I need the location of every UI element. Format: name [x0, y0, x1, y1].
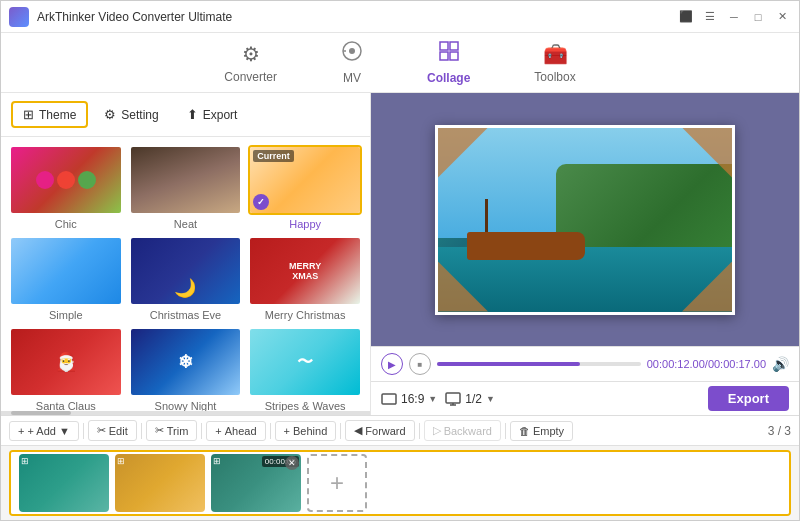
page-count: 3 / 3 [768, 424, 791, 438]
ratio-value: 16:9 [401, 392, 424, 406]
current-badge: Current [253, 150, 294, 162]
clip-1[interactable]: ⊞ [19, 454, 109, 512]
svg-rect-7 [382, 394, 396, 404]
empty-button[interactable]: 🗑 Empty [510, 421, 573, 441]
theme-icon: ⊞ [23, 107, 34, 122]
preview-area [371, 93, 799, 346]
edit-icon: ✂ [97, 424, 106, 437]
theme-stripes-waves[interactable]: 〜 Stripes & Waves [248, 327, 362, 411]
bottom-controls: 16:9 ▼ 1/2 ▼ Export [371, 381, 799, 415]
clip-2[interactable]: ⊞ [115, 454, 205, 512]
trim-icon: ✂ [155, 424, 164, 437]
theme-happy[interactable]: Current ✓ Happy [248, 145, 362, 230]
mv-icon [341, 40, 363, 67]
theme-merry-christmas[interactable]: MERRYXMAS Merry Christmas [248, 236, 362, 321]
clip-3-icon: ⊞ [213, 456, 221, 466]
chat-icon[interactable]: ⬛ [677, 8, 695, 26]
behind-icon: + [284, 425, 290, 437]
monitor-icon [445, 391, 461, 407]
progress-fill [437, 362, 580, 366]
maximize-button[interactable]: □ [749, 8, 767, 26]
right-panel: ▶ ■ 00:00:12.00/00:00:17.00 🔊 16:9 ▼ 1/2… [371, 93, 799, 415]
preview-image [438, 128, 732, 312]
setting-icon: ⚙ [104, 107, 116, 122]
window-controls: ⬛ ☰ ─ □ ✕ [677, 8, 791, 26]
tab-export[interactable]: ⬆ Export [175, 101, 250, 128]
theme-merry-christmas-label: Merry Christmas [265, 309, 346, 321]
ratio-select[interactable]: 16:9 ▼ [381, 391, 437, 407]
scroll-strip[interactable] [1, 411, 370, 415]
sep5 [340, 423, 341, 439]
toolbar: + + Add ▼ ✂ Edit ✂ Trim + Ahead + [1, 416, 799, 446]
theme-simple[interactable]: Simple [9, 236, 123, 321]
monitor-value: 1/2 [465, 392, 482, 406]
nav-converter-label: Converter [224, 70, 277, 84]
nav-converter[interactable]: ⚙ Converter [212, 38, 289, 88]
nav-bar: ⚙ Converter MV Collage 🧰 Toolbox [1, 33, 799, 93]
trim-button[interactable]: ✂ Trim [146, 420, 198, 441]
sep1 [83, 423, 84, 439]
add-icon: + [18, 425, 24, 437]
svg-rect-6 [450, 52, 458, 60]
svg-rect-5 [440, 52, 448, 60]
ahead-icon: + [215, 425, 221, 437]
ratio-arrow-icon: ▼ [428, 394, 437, 404]
nav-mv-label: MV [343, 71, 361, 85]
close-button[interactable]: ✕ [773, 8, 791, 26]
preview-frame [435, 125, 735, 315]
toolbox-icon: 🧰 [543, 42, 568, 66]
theme-simple-label: Simple [49, 309, 83, 321]
app-window: ArkThinker Video Converter Ultimate ⬛ ☰ … [0, 0, 800, 521]
theme-chic-label: Chic [55, 218, 77, 230]
play-button[interactable]: ▶ [381, 353, 403, 375]
forward-icon: ◀ [354, 424, 362, 437]
app-title: ArkThinker Video Converter Ultimate [37, 10, 677, 24]
backward-icon: ▷ [433, 424, 441, 437]
minimize-button[interactable]: ─ [725, 8, 743, 26]
theme-happy-label: Happy [289, 218, 321, 230]
forward-button[interactable]: ◀ Forward [345, 420, 414, 441]
theme-neat[interactable]: Neat [129, 145, 243, 230]
svg-rect-4 [450, 42, 458, 50]
volume-icon[interactable]: 🔊 [772, 356, 789, 372]
behind-button[interactable]: + Behind [275, 421, 337, 441]
ratio-icon [381, 391, 397, 407]
clip-3[interactable]: ⊞ 00:00:05 ✕ [211, 454, 301, 512]
check-badge: ✓ [253, 194, 269, 210]
svg-rect-8 [446, 393, 460, 403]
preview-controls: ▶ ■ 00:00:12.00/00:00:17.00 🔊 [371, 346, 799, 381]
theme-neat-label: Neat [174, 218, 197, 230]
theme-christmas-eve-label: Christmas Eve [150, 309, 222, 321]
tab-theme[interactable]: ⊞ Theme [11, 101, 88, 128]
sep2 [141, 423, 142, 439]
add-button[interactable]: + + Add ▼ [9, 421, 79, 441]
stop-button[interactable]: ■ [409, 353, 431, 375]
add-clip-button[interactable]: + [307, 454, 367, 512]
theme-chic[interactable]: Chic [9, 145, 123, 230]
menu-icon[interactable]: ☰ [701, 8, 719, 26]
monitor-arrow-icon: ▼ [486, 394, 495, 404]
scroll-thumb[interactable] [11, 411, 71, 415]
theme-snowy-night[interactable]: ❄ Snowy Night [129, 327, 243, 411]
export-button[interactable]: Export [708, 386, 789, 411]
sep4 [270, 423, 271, 439]
theme-santa-claus[interactable]: 🎅 Santa Claus [9, 327, 123, 411]
edit-button[interactable]: ✂ Edit [88, 420, 137, 441]
nav-collage[interactable]: Collage [415, 36, 482, 89]
nav-mv[interactable]: MV [329, 36, 375, 89]
ahead-button[interactable]: + Ahead [206, 421, 265, 441]
themes-grid: Chic Neat Current ✓ [1, 137, 370, 411]
time-label: 00:00:12.00/00:00:17.00 [647, 358, 766, 370]
nav-toolbox[interactable]: 🧰 Toolbox [522, 38, 587, 88]
theme-christmas-eve[interactable]: 🌙 Christmas Eve [129, 236, 243, 321]
sep3 [201, 423, 202, 439]
tabs-bar: ↓ ⊞ Theme ⚙ Setting ⬆ Export [1, 93, 370, 137]
timeline: ⊞ ⊞ ⊞ 00:00:05 ✕ + [9, 450, 791, 516]
tab-setting[interactable]: ⚙ Setting [92, 101, 170, 128]
backward-button[interactable]: ▷ Backward [424, 420, 501, 441]
clip-3-close[interactable]: ✕ [285, 456, 299, 470]
monitor-select[interactable]: 1/2 ▼ [445, 391, 495, 407]
add-arrow-icon: ▼ [59, 425, 70, 437]
progress-bar[interactable] [437, 362, 641, 366]
theme-stripes-waves-label: Stripes & Waves [265, 400, 346, 411]
